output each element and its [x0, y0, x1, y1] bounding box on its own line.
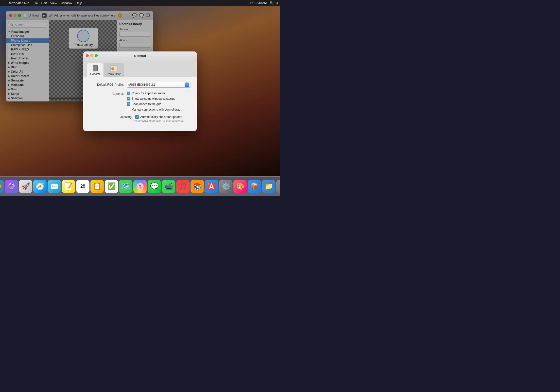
dock-icon-appstore2[interactable]: 📦 [248, 180, 261, 193]
modal-traffic-lights [86, 54, 98, 57]
launchpad-icon: 🚀 [21, 182, 30, 190]
dock-icon-settings[interactable]: ⚙️ [219, 180, 232, 193]
photos-icon: 🌸 [136, 182, 144, 190]
appstore2-icon: 📦 [250, 182, 259, 190]
books-icon: 📚 [193, 182, 202, 190]
checkbox-welcome[interactable]: ✓ [127, 97, 130, 100]
general-checkboxes-row: General: ✓ Check for important news ✓ Sh… [89, 92, 191, 111]
finder2-icon: 📁 [264, 182, 273, 190]
checkbox-snap[interactable]: ✓ [127, 102, 130, 106]
music-icon: 🎵 [179, 182, 187, 190]
dock-icon-notes[interactable]: 📝 [62, 180, 75, 193]
notes-icon: 📝 [64, 182, 73, 190]
dock-icon-appstore[interactable]: 🅰️ [205, 180, 218, 193]
menubar-right: Fri 10:30 AM 🔍 ≡ [250, 1, 278, 5]
finder-icon: 😊 [0, 182, 1, 190]
search-icon[interactable]: 🔍 [270, 1, 273, 5]
general-checkboxes: ✓ Check for important news ✓ Show welcom… [127, 92, 180, 111]
tab-general-icon-container [92, 65, 99, 72]
menubar-time: Fri 10:30 AM [250, 1, 267, 5]
messages-icon: 💬 [150, 182, 159, 190]
mail-icon: ✉️ [50, 182, 59, 190]
privacy-note: No personal information is ever sent to … [133, 119, 184, 122]
menubar-edit[interactable]: Edit [41, 1, 47, 5]
desktop: 📄 Untitled ▶ 🎤 Add a write node to save … [0, 6, 280, 176]
menubar-left:  Retrobatch Pro File Edit View Window H… [2, 1, 82, 5]
modal-tab-general[interactable]: General [87, 63, 103, 77]
checkbox-news[interactable]: ✓ [127, 92, 130, 95]
modal-maximize-button[interactable] [95, 54, 98, 57]
modal-titlebar: General [83, 51, 197, 60]
updating-row: Updating: ✓ Automatically check for upda… [89, 115, 191, 122]
rgb-profile-label: Default RGB Profile: [89, 83, 124, 86]
dock-icon-books[interactable]: 📚 [191, 180, 204, 193]
checkbox-welcome-label: Show welcome window at startup [132, 97, 175, 100]
dock-icon-colorsnapper[interactable]: 🎨 [233, 180, 247, 193]
checkbox-row-welcome: ✓ Show welcome window at startup [127, 97, 180, 100]
trash-icon: 🗑️ [279, 182, 280, 190]
card-icon [110, 65, 117, 71]
menubar-app-name[interactable]: Retrobatch Pro [8, 1, 29, 5]
checkbox-manual-label: Manual connections with control drag [132, 108, 180, 111]
colorsnapper-icon: 🎨 [236, 182, 245, 190]
dropdown-arrow-icon: ⌄ [185, 82, 189, 87]
menubar-help[interactable]: Help [75, 1, 82, 5]
checkbox-row-news: ✓ Check for important news [127, 92, 180, 95]
dock-icon-reminders[interactable]: ✅ [105, 180, 118, 193]
reminders-icon: ✅ [107, 182, 116, 190]
rgb-profile-dropdown[interactable]: sRGB IEC61966-2.1 ⌄ [127, 82, 191, 88]
control-center-icon[interactable]: ≡ [276, 1, 278, 5]
rgb-profile-value: sRGB IEC61966-2.1 [128, 83, 155, 86]
updating-label: Updating: [98, 115, 132, 119]
dock-icon-launchpad[interactable]: 🚀 [19, 180, 32, 193]
menubar-window[interactable]: Window [61, 1, 72, 5]
modal-minimize-button[interactable] [90, 54, 93, 57]
dock-icon-stickies[interactable]: 📋 [90, 180, 104, 193]
appstore-icon: 🅰️ [207, 182, 216, 190]
dock-icon-finder2[interactable]: 📁 [262, 180, 275, 193]
calendar-icon: 28 [80, 184, 85, 189]
menubar-file[interactable]: File [33, 1, 38, 5]
apple-menu[interactable]:  [2, 1, 3, 5]
dock-icon-calendar[interactable]: 28 [76, 180, 89, 193]
modal-close-button[interactable] [86, 54, 89, 57]
tab-registration-icon-container [110, 65, 117, 72]
phone-icon [93, 65, 98, 71]
dock-icon-mail[interactable]: ✉️ [48, 180, 61, 193]
dock: 😊 🔮 🚀 🧭 ✉️ 📝 28 📋 ✅ 🗺️ 🌸 💬 📹 🎵 📚 [0, 176, 280, 196]
modal-tabs: General Registration [83, 60, 197, 77]
dock-icon-siri[interactable]: 🔮 [5, 180, 18, 193]
checkbox-auto-update[interactable]: ✓ [135, 115, 139, 119]
settings-icon: ⚙️ [222, 182, 230, 190]
maps-icon: 🗺️ [122, 182, 130, 190]
checkbox-snap-label: Snap nodes to the grid [132, 102, 161, 106]
general-section-label: General: [89, 92, 124, 96]
facetime-icon: 📹 [164, 182, 173, 190]
checkbox-row-auto-update: ✓ Automatically check for updates [135, 115, 182, 119]
dock-icon-maps[interactable]: 🗺️ [119, 180, 132, 193]
modal-title: General [134, 54, 146, 58]
rgb-profile-row: Default RGB Profile: sRGB IEC61966-2.1 ⌄ [89, 82, 191, 88]
dock-icon-safari[interactable]: 🧭 [33, 180, 47, 193]
dock-icon-facetime[interactable]: 📹 [162, 180, 175, 193]
checkbox-auto-update-label: Automatically check for updates [140, 115, 182, 119]
modal-general: General General Registration [83, 51, 197, 131]
dock-icon-finder[interactable]: 😊 [0, 180, 4, 193]
dock-icon-music[interactable]: 🎵 [176, 180, 190, 193]
menubar-view[interactable]: View [50, 1, 57, 5]
checkbox-row-snap: ✓ Snap nodes to the grid [127, 102, 180, 106]
menubar:  Retrobatch Pro File Edit View Window H… [0, 0, 280, 6]
modal-body: Default RGB Profile: sRGB IEC61966-2.1 ⌄… [83, 77, 197, 131]
siri-icon: 🔮 [7, 182, 16, 190]
dock-icon-photos[interactable]: 🌸 [133, 180, 147, 193]
modal-tab-registration[interactable]: Registration [104, 63, 124, 77]
dock-icon-trash[interactable]: 🗑️ [276, 180, 280, 193]
checkbox-manual[interactable] [127, 108, 130, 111]
checkbox-news-label: Check for important news [132, 92, 165, 95]
safari-icon: 🧭 [36, 182, 44, 190]
modal-overlay[interactable]: General General Registration [0, 6, 280, 176]
checkbox-row-manual: Manual connections with control drag [127, 108, 180, 111]
dock-icon-messages[interactable]: 💬 [148, 180, 161, 193]
stickies-icon: 📋 [93, 182, 102, 190]
